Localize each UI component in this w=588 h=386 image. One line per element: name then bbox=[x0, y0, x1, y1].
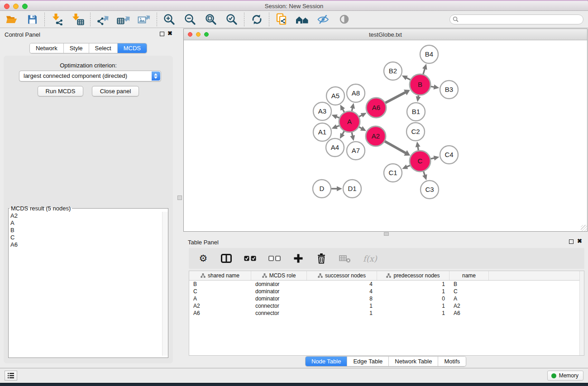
graph-node-A4[interactable]: A4 bbox=[326, 138, 344, 157]
table-cell[interactable]: dominator bbox=[251, 295, 307, 302]
graph-node-A5[interactable]: A5 bbox=[326, 87, 344, 105]
function-builder-icon[interactable]: f(x) bbox=[363, 253, 377, 264]
save-session-icon[interactable] bbox=[25, 13, 39, 26]
graph-node-A[interactable]: A bbox=[339, 111, 360, 132]
table-cell[interactable]: B bbox=[189, 281, 251, 288]
close-panel-button[interactable]: Close panel bbox=[92, 86, 139, 96]
table-row[interactable]: A6connector11A6 bbox=[189, 310, 584, 317]
add-column-icon[interactable] bbox=[293, 253, 304, 264]
table-cell[interactable]: 4 bbox=[307, 288, 377, 295]
gear-icon[interactable]: ⚙ bbox=[198, 253, 209, 264]
tab-select[interactable]: Select bbox=[89, 43, 117, 53]
table-cell[interactable]: 1 bbox=[377, 288, 449, 295]
graph-node-C2[interactable]: C2 bbox=[406, 123, 425, 141]
table-cell[interactable]: C bbox=[449, 288, 489, 295]
close-panel-icon[interactable]: ✖ bbox=[577, 238, 582, 244]
column-header[interactable]: name bbox=[449, 271, 489, 280]
table-row[interactable]: A2connector11A2 bbox=[189, 302, 584, 310]
graph-node-B4[interactable]: B4 bbox=[420, 45, 438, 63]
table-cell[interactable]: A bbox=[189, 295, 251, 302]
tab-motifs[interactable]: Motifs bbox=[438, 357, 466, 366]
graph-node-D[interactable]: D bbox=[313, 180, 331, 198]
deselect-all-checkboxes-icon[interactable] bbox=[268, 253, 281, 264]
show-panels-button[interactable] bbox=[5, 371, 17, 381]
float-panel-icon[interactable] bbox=[569, 239, 574, 244]
graph-edge-B-B4[interactable] bbox=[423, 68, 425, 75]
table-cell[interactable]: connector bbox=[251, 302, 307, 310]
table-cell[interactable]: connector bbox=[251, 310, 307, 317]
graph-node-A7[interactable]: A7 bbox=[347, 142, 365, 160]
graph-node-A8[interactable]: A8 bbox=[347, 84, 365, 102]
split-handle[interactable] bbox=[384, 232, 389, 236]
table-cell[interactable]: 1 bbox=[377, 310, 449, 317]
table-cell[interactable]: 1 bbox=[307, 310, 377, 317]
graph-node-B[interactable]: B bbox=[410, 74, 430, 95]
column-header[interactable]: shared name bbox=[189, 271, 251, 280]
criterion-select[interactable]: largest connected component (directed) bbox=[19, 71, 161, 81]
result-scrollbar[interactable] bbox=[162, 212, 168, 356]
network-canvas[interactable]: B4B2BB3A8A5A6A3B1AA1C2A2A4A7C4CC1C3DD1 bbox=[184, 41, 587, 231]
graph-edge-A6-B[interactable] bbox=[385, 92, 406, 103]
tab-node-table[interactable]: Node Table bbox=[306, 357, 347, 366]
graph-node-B3[interactable]: B3 bbox=[440, 81, 458, 99]
table-cell[interactable]: A6 bbox=[449, 310, 489, 317]
result-item[interactable]: B bbox=[10, 227, 160, 234]
export-table-icon[interactable] bbox=[117, 13, 130, 26]
zoom-in-icon[interactable] bbox=[163, 13, 176, 26]
table-row[interactable]: Adominator80A bbox=[189, 295, 584, 302]
table-cell[interactable]: 0 bbox=[377, 295, 449, 302]
delete-column-icon[interactable] bbox=[316, 253, 327, 264]
hide-selected-icon[interactable] bbox=[316, 13, 330, 26]
run-mcds-button[interactable]: Run MCDS bbox=[38, 86, 84, 96]
tab-edge-table[interactable]: Edge Table bbox=[347, 357, 388, 366]
close-panel-icon[interactable]: ✖ bbox=[167, 30, 172, 37]
table-cell[interactable]: 1 bbox=[377, 302, 449, 310]
result-item[interactable]: A6 bbox=[10, 241, 160, 248]
table-cell[interactable]: A2 bbox=[449, 302, 489, 310]
graph-node-C4[interactable]: C4 bbox=[440, 146, 458, 164]
table-cell[interactable]: C bbox=[189, 288, 251, 295]
select-all-checkboxes-icon[interactable] bbox=[244, 253, 256, 264]
export-image-icon[interactable] bbox=[138, 13, 151, 26]
first-neighbors-icon[interactable] bbox=[296, 13, 309, 26]
tab-mcds[interactable]: MCDS bbox=[117, 43, 147, 53]
table-cell[interactable]: 4 bbox=[307, 281, 377, 288]
clone-network-icon[interactable] bbox=[275, 13, 288, 26]
split-columns-icon[interactable] bbox=[221, 253, 232, 264]
show-all-icon[interactable] bbox=[337, 13, 351, 26]
result-item[interactable]: C bbox=[10, 234, 160, 241]
graph-edge-A2-C[interactable] bbox=[384, 141, 406, 153]
graph-node-B1[interactable]: B1 bbox=[407, 103, 425, 121]
table-scrollbar[interactable] bbox=[579, 271, 584, 355]
table-cell[interactable]: dominator bbox=[251, 288, 307, 295]
table-cell[interactable]: 1 bbox=[377, 281, 449, 288]
table-cell[interactable]: 1 bbox=[307, 302, 377, 310]
delete-table-icon[interactable] bbox=[339, 253, 351, 264]
zoom-out-icon[interactable] bbox=[183, 13, 197, 26]
table-cell[interactable]: A bbox=[449, 295, 489, 302]
result-item[interactable]: A bbox=[10, 219, 160, 227]
graph-node-B2[interactable]: B2 bbox=[384, 62, 402, 80]
result-item[interactable]: A2 bbox=[10, 212, 160, 219]
tab-network[interactable]: Network bbox=[30, 43, 63, 53]
split-handle[interactable] bbox=[177, 195, 182, 200]
refresh-icon[interactable] bbox=[250, 13, 263, 26]
graph-node-C1[interactable]: C1 bbox=[384, 164, 402, 182]
import-table-icon[interactable] bbox=[71, 13, 85, 26]
search-input[interactable] bbox=[449, 14, 583, 24]
table-cell[interactable]: dominator bbox=[251, 281, 307, 288]
resize-grip[interactable] bbox=[581, 225, 587, 231]
export-network-icon[interactable] bbox=[96, 13, 110, 26]
zoom-fit-icon[interactable] bbox=[204, 13, 218, 26]
graph-node-A6[interactable]: A6 bbox=[366, 98, 386, 118]
column-header[interactable]: successor nodes bbox=[307, 271, 377, 280]
tab-style[interactable]: Style bbox=[63, 43, 89, 53]
table-cell[interactable]: A6 bbox=[189, 310, 251, 317]
table-cell[interactable]: A2 bbox=[189, 302, 251, 310]
open-session-icon[interactable] bbox=[5, 13, 18, 26]
import-network-icon[interactable] bbox=[50, 13, 64, 26]
table-row[interactable]: Bdominator41B bbox=[189, 281, 584, 288]
column-header[interactable]: MCDS role bbox=[251, 271, 307, 280]
table-row[interactable]: Cdominator41C bbox=[189, 288, 584, 295]
graph-node-D1[interactable]: D1 bbox=[343, 180, 361, 198]
